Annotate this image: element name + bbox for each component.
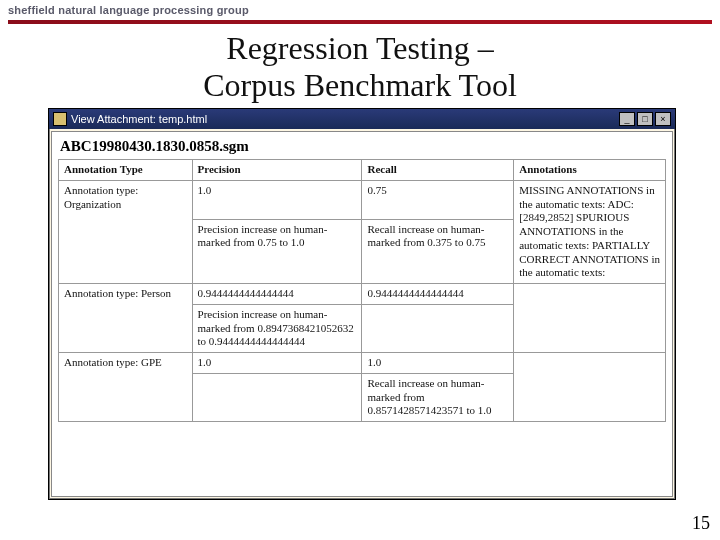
benchmark-table: Annotation Type Precision Recall Annotat… (58, 159, 666, 422)
document-title: ABC19980430.1830.0858.sgm (52, 132, 672, 159)
cell-precision-val: 0.9444444444444444 (192, 284, 362, 305)
cell-precision-note: Precision increase on human-marked from … (192, 219, 362, 283)
cell-type: Annotation type: Person (59, 284, 193, 353)
slide-title-line2: Corpus Benchmark Tool (203, 67, 517, 103)
cell-recall-note: Recall increase on human-marked from 0.3… (362, 219, 514, 283)
cell-type: Annotation type: Organization (59, 180, 193, 283)
close-button[interactable]: × (655, 112, 671, 126)
table-row: Annotation type: Organization 1.0 0.75 M… (59, 180, 666, 219)
titlebar: View Attachment: temp.html _ □ × (49, 109, 675, 129)
cell-recall-note: Recall increase on human-marked from 0.8… (362, 373, 514, 421)
minimize-button[interactable]: _ (619, 112, 635, 126)
slide-title: Regression Testing – Corpus Benchmark To… (0, 30, 720, 104)
cell-annotations (514, 284, 666, 353)
cell-annotations: MISSING ANNOTATIONS in the automatic tex… (514, 180, 666, 283)
cell-precision-note: Precision increase on human-marked from … (192, 304, 362, 352)
document-area: ABC19980430.1830.0858.sgm Annotation Typ… (51, 131, 673, 497)
slide-number: 15 (692, 513, 710, 534)
app-window: View Attachment: temp.html _ □ × ABC1998… (48, 108, 676, 500)
window-title: View Attachment: temp.html (71, 113, 619, 125)
cell-precision-val: 1.0 (192, 180, 362, 219)
cell-precision-note (192, 373, 362, 421)
cell-type: Annotation type: GPE (59, 353, 193, 422)
table-row: Annotation type: Person 0.94444444444444… (59, 284, 666, 305)
cell-recall-val: 0.9444444444444444 (362, 284, 514, 305)
col-precision: Precision (192, 160, 362, 181)
col-annotation-type: Annotation Type (59, 160, 193, 181)
group-name: sheffield natural language processing gr… (8, 4, 712, 16)
cell-recall-val: 1.0 (362, 353, 514, 374)
col-annotations: Annotations (514, 160, 666, 181)
window-icon (53, 112, 67, 126)
header-rule (8, 20, 712, 24)
cell-recall-val: 0.75 (362, 180, 514, 219)
table-row: Annotation type: GPE 1.0 1.0 (59, 353, 666, 374)
cell-recall-note (362, 304, 514, 352)
col-recall: Recall (362, 160, 514, 181)
cell-annotations (514, 353, 666, 422)
cell-precision-val: 1.0 (192, 353, 362, 374)
maximize-button[interactable]: □ (637, 112, 653, 126)
slide-title-line1: Regression Testing – (226, 30, 493, 66)
